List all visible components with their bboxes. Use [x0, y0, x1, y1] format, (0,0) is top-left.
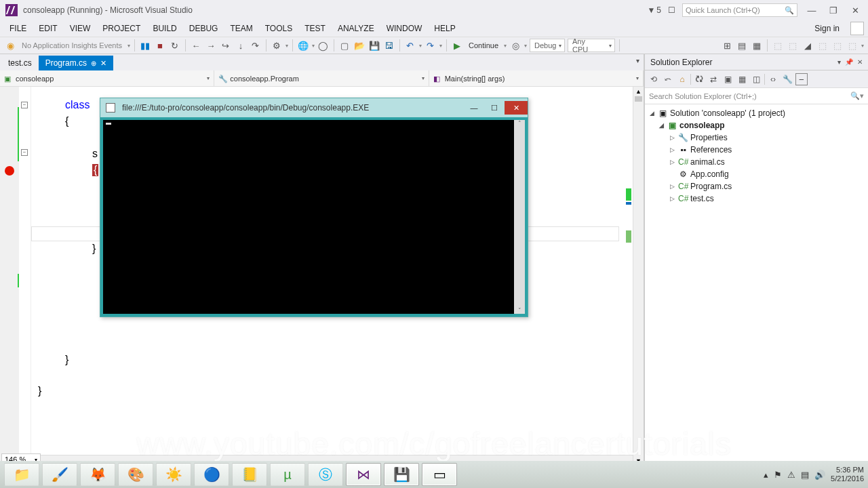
menu-file[interactable]: FILE — [4, 22, 32, 35]
task-utorrent[interactable]: µ — [270, 463, 305, 486]
tree-test-cs[interactable]: ▷C#test.cs — [645, 192, 868, 205]
close-tab-icon[interactable]: ✕ — [100, 59, 106, 68]
show-next-button[interactable]: ↪ — [220, 39, 232, 52]
nav-scope[interactable]: ▣consoleapp — [0, 70, 214, 86]
panel-close-icon[interactable]: ✕ — [857, 58, 863, 66]
new-item-button[interactable]: ▢ — [338, 39, 351, 52]
fold-toggle[interactable]: − — [21, 149, 28, 156]
stop-button[interactable]: ■ — [154, 39, 166, 52]
bookmark-icon[interactable]: ◢ — [802, 39, 814, 52]
tray-action-icon[interactable]: ▤ — [801, 470, 809, 480]
tab-program-cs[interactable]: Program.cs ⊕ ✕ — [39, 56, 113, 70]
redo-button[interactable]: ↷ — [425, 39, 437, 52]
task-app-c[interactable]: 💾 — [384, 463, 419, 486]
task-firefox[interactable]: 🦊 — [80, 463, 115, 486]
tree-animal-cs[interactable]: ▷C#animal.cs — [645, 156, 868, 168]
tray-arrow-icon[interactable]: ▴ — [764, 470, 768, 480]
sol-code-icon[interactable]: ‹› — [767, 73, 779, 85]
tray-clock[interactable]: 5:36 PM 5/21/2016 — [831, 466, 864, 483]
console-window[interactable]: file:///E:/tuto-pro/consoleapp/consoleap… — [100, 98, 528, 317]
menu-help[interactable]: HELP — [429, 22, 460, 35]
tb-icon-f[interactable]: ⬚ — [816, 39, 829, 52]
console-titlebar[interactable]: file:///E:/tuto-pro/consoleapp/consoleap… — [100, 98, 528, 117]
restore-button[interactable]: ❐ — [826, 3, 841, 17]
breakpoint-icon[interactable] — [5, 166, 14, 176]
task-app-b[interactable]: ☀️ — [156, 463, 191, 486]
menu-debug[interactable]: DEBUG — [184, 22, 224, 35]
menu-tools[interactable]: TOOLS — [260, 22, 298, 35]
fold-toggle[interactable]: − — [21, 102, 28, 108]
menu-team[interactable]: TEAM — [224, 22, 258, 35]
overview-ruler[interactable] — [626, 87, 631, 466]
tree-app-config[interactable]: ⚙App.config — [645, 168, 868, 180]
nav-member[interactable]: ◧Main(string[] args) — [429, 70, 644, 86]
menu-project[interactable]: PROJECT — [97, 22, 146, 35]
panel-pin-icon[interactable]: 📌 — [845, 58, 853, 66]
tb-icon-d[interactable]: ⬚ — [772, 39, 784, 52]
sol-sync-icon[interactable]: ⇄ — [707, 73, 719, 85]
sol-refresh-icon[interactable]: 🗘 — [693, 73, 705, 85]
task-paint[interactable]: 🖌️ — [42, 463, 77, 486]
sol-showall-icon[interactable]: ▦ — [736, 73, 748, 85]
sol-prop-icon[interactable]: 🔧 — [781, 73, 793, 85]
platform-dropdown[interactable]: Any CPU — [568, 39, 615, 52]
tb-icon-b[interactable]: ▤ — [736, 39, 748, 52]
vertical-scrollbar[interactable]: ▲ ▼ — [633, 87, 644, 466]
menu-analyze[interactable]: ANALYZE — [332, 22, 380, 35]
tree-references[interactable]: ▷▪▪References — [645, 144, 868, 156]
feedback-icon[interactable]: ☐ — [668, 5, 675, 15]
insights-dropdown[interactable]: No Application Insights Events — [19, 40, 125, 51]
browser-button[interactable]: 🌐 — [297, 39, 309, 52]
config-target-icon[interactable]: ◎ — [509, 39, 521, 52]
menu-view[interactable]: VIEW — [64, 22, 96, 35]
panel-menu-icon[interactable]: ▾ — [837, 58, 841, 66]
sign-in-link[interactable]: Sign in — [814, 24, 845, 33]
pin-icon[interactable]: ⊕ — [91, 60, 96, 67]
task-explorer[interactable]: 📁 — [4, 463, 39, 486]
restart-button[interactable]: ↻ — [169, 39, 181, 52]
console-close-button[interactable]: ✕ — [505, 101, 528, 115]
console-maximize-button[interactable]: ☐ — [484, 101, 505, 115]
fold-gutter[interactable]: − − — [19, 87, 31, 466]
menu-edit[interactable]: EDIT — [33, 22, 62, 35]
minimize-button[interactable]: — — [804, 3, 819, 17]
hex-button[interactable]: ⚙ — [271, 39, 283, 52]
breakpoint-gutter[interactable] — [0, 87, 19, 466]
system-tray[interactable]: ▴ ⚑ ⚠ ▤ 🔊 5:36 PM 5/21/2016 — [764, 466, 864, 483]
notifications-flag[interactable]: ▼5 — [647, 5, 661, 15]
nav-class[interactable]: 🔧consoleapp.Program — [214, 70, 429, 86]
console-scrollbar[interactable]: ˄˅ — [514, 120, 525, 314]
tree-program-cs[interactable]: ▷C#Program.cs — [645, 180, 868, 192]
tree-project[interactable]: ◢▣consoleapp — [645, 119, 868, 131]
tray-net-icon[interactable]: ⚠ — [787, 470, 795, 480]
step-over-button[interactable]: ↷ — [250, 39, 262, 52]
continue-button[interactable]: Continue — [466, 40, 501, 51]
insights-icon[interactable]: ◉ — [4, 39, 16, 52]
menu-window[interactable]: WINDOW — [381, 22, 428, 35]
undo-button[interactable]: ↶ — [404, 39, 416, 52]
tab-test-cs[interactable]: test.cs — [1, 56, 39, 70]
task-skype[interactable]: Ⓢ — [308, 463, 343, 486]
sol-home-icon[interactable]: ⟲ — [648, 73, 660, 85]
save-button[interactable]: 💾 — [368, 39, 380, 52]
nav-fwd-button[interactable]: → — [205, 39, 217, 52]
quick-launch-input[interactable]: Quick Launch (Ctrl+Q)🔍 — [682, 3, 797, 17]
task-console[interactable]: ▭ — [422, 463, 457, 486]
sol-back-icon[interactable]: ⤺ — [662, 73, 674, 85]
tb-icon-c[interactable]: ▦ — [751, 39, 763, 52]
tree-solution-root[interactable]: ◢▣Solution 'consoleapp' (1 project) — [645, 107, 868, 119]
config-dropdown[interactable]: Debug — [530, 39, 565, 52]
continue-play-icon[interactable]: ▶ — [451, 39, 463, 52]
console-output[interactable]: ˄˅ — [103, 120, 525, 314]
tb-icon-g[interactable]: ⬚ — [831, 39, 844, 52]
menu-build[interactable]: BUILD — [147, 22, 182, 35]
tb-icon-h[interactable]: ⬚ — [846, 39, 859, 52]
nav-back-button[interactable]: ← — [190, 39, 202, 52]
step-into-button[interactable]: ↓ — [235, 39, 247, 52]
tray-vol-icon[interactable]: 🔊 — [814, 470, 825, 480]
tb-icon-e[interactable]: ⬚ — [787, 39, 799, 52]
save-all-button[interactable]: 🖫 — [383, 39, 395, 52]
task-notes[interactable]: 📒 — [232, 463, 267, 486]
stop2-button[interactable]: ◯ — [317, 39, 330, 52]
solution-search-input[interactable]: Search Solution Explorer (Ctrl+;) 🔍▾ — [645, 88, 868, 104]
